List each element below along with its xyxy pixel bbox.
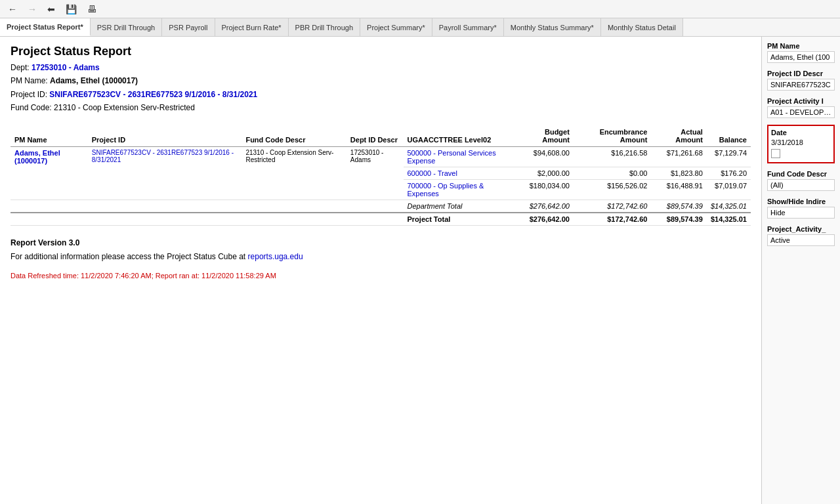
col-project-id: Project ID xyxy=(88,125,242,147)
sidebar: PM Name Adams, Ethel (100 Project ID Des… xyxy=(761,37,840,504)
sidebar-pm-name-value: Adams, Ethel (100 xyxy=(767,51,835,63)
col-acct: UGAACCTTREE Level02 xyxy=(404,125,515,147)
dept-total-actual: $89,574.39 xyxy=(651,200,706,213)
cell-budget-3: $180,034.00 xyxy=(515,179,574,200)
col-actual: Actual Amount xyxy=(651,125,706,147)
cell-balance-2: $176.20 xyxy=(707,167,751,179)
cell-balance-3: $7,019.07 xyxy=(707,179,751,200)
project-total-encumbrance: $172,742.60 xyxy=(574,213,652,226)
sidebar-date-input[interactable] xyxy=(771,149,780,158)
project-total-row: Project Total $276,642.00 $172,742.60 $8… xyxy=(10,213,751,226)
pm-name-label: PM Name: xyxy=(10,76,48,85)
sidebar-project-activity2: Project_Activity_ Active xyxy=(767,225,835,246)
tab-project-status-report[interactable]: Project Status Report* xyxy=(0,18,91,36)
report-footer: Report Version 3.0 For additional inform… xyxy=(10,236,751,283)
cell-acct-3: 700000 - Op Supplies & Expenses xyxy=(404,179,515,200)
cell-budget-1: $94,608.00 xyxy=(515,146,574,167)
dept-total-label xyxy=(10,200,404,213)
tab-payroll-summary[interactable]: Payroll Summary* xyxy=(432,18,504,36)
pm-name-value: Adams, Ethel (1000017) xyxy=(50,76,138,85)
cell-fund-code: 21310 - Coop Extension Serv-Restricted xyxy=(242,146,346,200)
fund-code-value: 21310 - Coop Extension Serv-Restricted xyxy=(54,103,195,112)
sidebar-date-box: Date 3/31/2018 xyxy=(767,125,835,163)
report-version: Report Version 3.0 xyxy=(10,236,751,251)
col-encumbrance: Encumbrance Amount xyxy=(574,125,652,147)
data-table: PM Name Project ID Fund Code Descr Dept … xyxy=(10,125,751,226)
cell-dept-id: 17253010 - Adams xyxy=(346,146,404,200)
project-total-spacer xyxy=(10,213,404,226)
cell-encumbrance-1: $16,216.58 xyxy=(574,146,652,167)
sidebar-project-activity-label: Project Activity I xyxy=(767,97,835,105)
cell-actual-2: $1,823.80 xyxy=(651,167,706,179)
tab-monthly-status-summary[interactable]: Monthly Status Summary* xyxy=(504,18,601,36)
fund-code-label: Fund Code: xyxy=(10,103,52,112)
save-button[interactable]: 💾 xyxy=(63,3,79,16)
cell-encumbrance-2: $0.00 xyxy=(574,167,652,179)
tabs-bar: Project Status Report* PSR Drill Through… xyxy=(0,18,840,37)
cell-acct-2: 600000 - Travel xyxy=(404,167,515,179)
sidebar-pm-name: PM Name Adams, Ethel (100 xyxy=(767,42,835,63)
sidebar-date-label: Date xyxy=(771,129,831,136)
dept-total-encumbrance: $172,742.60 xyxy=(574,200,652,213)
refresh-info: Data Refreshed time: 11/2/2020 7:46:20 A… xyxy=(10,270,751,283)
dept-total-row: Department Total $276,642.00 $172,742.60… xyxy=(10,200,751,213)
col-pm-name: PM Name xyxy=(10,125,88,147)
cell-actual-3: $16,488.91 xyxy=(651,179,706,200)
sidebar-pm-name-label: PM Name xyxy=(767,42,835,50)
project-id-label: Project ID: xyxy=(10,90,47,99)
project-id-value: SNIFARE677523CV - 2631RE677523 9/1/2016 … xyxy=(49,90,257,99)
sidebar-project-activity2-value: Active xyxy=(767,234,835,246)
sidebar-fund-code: Fund Code Descr (All) xyxy=(767,170,835,191)
reports-link[interactable]: reports.uga.edu xyxy=(248,252,303,261)
ran-at: 11/2/2020 11:58:29 AM xyxy=(201,272,276,280)
tab-psr-payroll[interactable]: PSR Payroll xyxy=(162,18,215,36)
print-button[interactable]: 🖶 xyxy=(85,3,99,16)
project-total-label: Project Total xyxy=(404,213,515,226)
cell-encumbrance-3: $156,526.02 xyxy=(574,179,652,200)
cell-acct-1: 500000 - Personal Services Expense xyxy=(404,146,515,167)
sidebar-project-activity: Project Activity I A01 - DEVELOPME xyxy=(767,97,835,118)
toolbar: ← → ⬅ 💾 🖶 xyxy=(0,0,840,18)
tab-pbr-drill-through[interactable]: PBR Drill Through xyxy=(289,18,360,36)
sidebar-show-hide-label: Show/Hide Indire xyxy=(767,198,835,205)
col-fund-code: Fund Code Descr xyxy=(242,125,346,147)
cell-project-id: SNIFARE677523CV - 2631RE677523 9/1/2016 … xyxy=(88,146,242,200)
sidebar-project-id: Project ID Descr SNIFARE677523C xyxy=(767,70,835,91)
content-area: Project Status Report Dept: 17253010 - A… xyxy=(0,37,761,504)
sidebar-date-field: Date 3/31/2018 xyxy=(767,125,835,163)
cell-actual-1: $71,261.68 xyxy=(651,146,706,167)
project-total-actual: $89,574.39 xyxy=(651,213,706,226)
tab-monthly-status-detail[interactable]: Monthly Status Detail xyxy=(601,18,683,36)
tab-psr-drill-through[interactable]: PSR Drill Through xyxy=(91,18,162,36)
sidebar-date-value: 3/31/2018 xyxy=(771,138,831,146)
project-total-balance: $14,325.01 xyxy=(707,213,751,226)
col-balance: Balance xyxy=(707,125,751,147)
report-title: Project Status Report xyxy=(10,45,751,58)
sidebar-show-hide-value: Hide xyxy=(767,207,835,219)
sidebar-project-activity2-label: Project_Activity_ xyxy=(767,225,835,233)
dept-total-budget: $276,642.00 xyxy=(515,200,574,213)
report-meta: Dept: 17253010 - Adams PM Name: Adams, E… xyxy=(10,61,751,115)
sidebar-project-id-value: SNIFARE677523C xyxy=(767,79,835,91)
main-layout: Project Status Report Dept: 17253010 - A… xyxy=(0,37,840,504)
sidebar-fund-code-label: Fund Code Descr xyxy=(767,170,835,178)
tab-project-burn-rate[interactable]: Project Burn Rate* xyxy=(215,18,289,36)
forward-button[interactable]: → xyxy=(25,3,39,16)
sidebar-project-id-label: Project ID Descr xyxy=(767,70,835,77)
back-arrow-button[interactable]: ⬅ xyxy=(45,3,58,16)
col-dept-id: Dept ID Descr xyxy=(346,125,404,147)
tab-project-summary[interactable]: Project Summary* xyxy=(360,18,432,36)
cell-budget-2: $2,000.00 xyxy=(515,167,574,179)
col-budget: Budget Amount xyxy=(515,125,574,147)
back-button[interactable]: ← xyxy=(5,3,20,16)
dept-total-balance: $14,325.01 xyxy=(707,200,751,213)
table-row: Adams, Ethel (1000017) SNIFARE677523CV -… xyxy=(10,146,751,167)
dept-label: Dept: xyxy=(10,63,30,72)
cell-pm-name: Adams, Ethel (1000017) xyxy=(10,146,88,200)
dept-value: 17253010 - Adams xyxy=(32,63,100,72)
sidebar-show-hide: Show/Hide Indire Hide xyxy=(767,198,835,219)
dept-total-label-text: Department Total xyxy=(404,200,515,213)
sidebar-fund-code-value: (All) xyxy=(767,179,835,191)
access-text: For additional information please access… xyxy=(10,250,751,264)
cell-balance-1: $7,129.74 xyxy=(707,146,751,167)
